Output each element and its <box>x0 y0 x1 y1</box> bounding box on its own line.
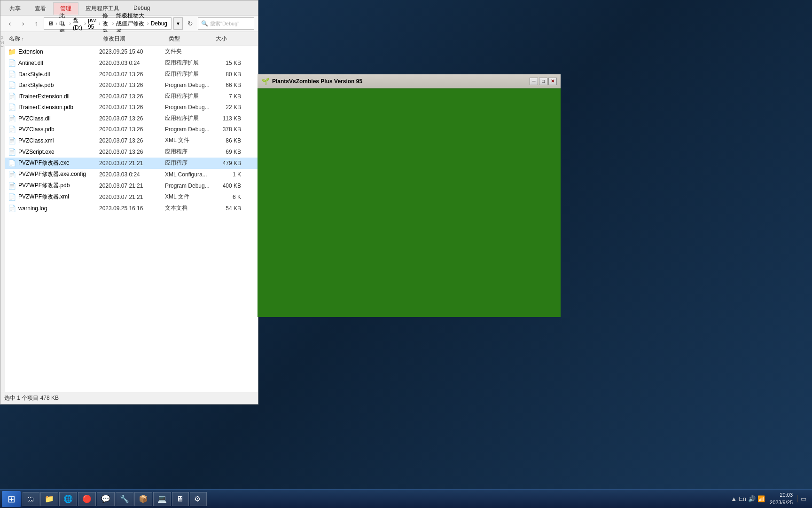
tray-keyboard-icon[interactable]: En <box>739 495 746 502</box>
file-type: Program Debug... <box>165 126 212 133</box>
file-item[interactable]: 📄 warning.log 2023.09.25 16:16 文本文档 54 K… <box>5 203 258 214</box>
system-tray: ▲ En 🔊 📶 20:03 2023/9/25 ▭ <box>727 492 810 506</box>
taskbar-item-3[interactable]: 🌐 <box>59 492 77 506</box>
taskbar-item-5[interactable]: 💬 <box>97 492 115 506</box>
file-size: 378 KB <box>212 126 245 133</box>
search-box[interactable]: 🔍 搜索"Debug" <box>198 17 254 30</box>
taskbar-icon-2: 📁 <box>45 494 54 503</box>
taskbar-item-8[interactable]: 💻 <box>153 492 171 506</box>
file-item[interactable]: 📄 DarkStyle.pdb 2020.03.07 13:26 Program… <box>5 80 258 91</box>
explorer-window: 共享 查看 管理 应用程序工具 Debug ‹ › ↑ <box>0 0 258 405</box>
show-desktop-icon[interactable]: ▭ <box>797 495 806 502</box>
col-header-size[interactable]: 大小 <box>212 34 245 44</box>
taskbar-icon-4: 🔴 <box>82 494 92 503</box>
tray-date-text: 2023/9/25 <box>770 499 793 506</box>
taskbar-icon-10: ⚙ <box>194 494 201 503</box>
taskbar-icon-7: 📦 <box>139 494 148 503</box>
file-size: 66 KB <box>212 82 245 88</box>
col-header-date[interactable]: 修改日期 <box>99 34 165 44</box>
file-name: PVZWPF修改器.exe.config <box>18 170 99 178</box>
start-icon: ⊞ <box>8 493 16 505</box>
minimize-button[interactable]: ─ <box>530 78 538 85</box>
file-name: PVZClass.dll <box>18 115 99 122</box>
file-icon: 📁 <box>5 48 18 56</box>
up-button[interactable]: ↑ <box>31 18 42 29</box>
col-header-type[interactable]: 类型 <box>165 34 212 44</box>
file-date: 2020.03.03 0:24 <box>99 60 165 66</box>
file-item[interactable]: 📄 PVZWPF修改器.exe.config 2020.03.03 0:24 X… <box>5 169 258 180</box>
taskbar-item-6[interactable]: 🔧 <box>116 492 133 506</box>
file-size: 1 K <box>212 171 245 178</box>
forward-button[interactable]: › <box>17 18 29 29</box>
file-type: 应用程序扩展 <box>165 92 212 100</box>
game-icon: 🌱 <box>261 78 269 85</box>
taskbar-item-7[interactable]: 📦 <box>134 492 152 506</box>
taskbar-item-9[interactable]: 🖥 <box>172 492 189 506</box>
game-window: 🌱 PlantsVsZombies Plus Version 95 ─ □ ✕ <box>258 74 561 317</box>
taskbar-icon-6: 🔧 <box>120 494 129 503</box>
file-type: 应用程序 <box>165 159 212 167</box>
file-icon: 📄 <box>5 205 18 212</box>
file-item[interactable]: 📄 PVZClass.pdb 2020.03.07 13:26 Program … <box>5 124 258 135</box>
file-date: 2020.03.07 13:26 <box>99 82 165 88</box>
maximize-button[interactable]: □ <box>539 78 547 85</box>
refresh-button[interactable]: ↻ <box>185 18 196 29</box>
taskbar-icon-9: 🖥 <box>176 495 184 503</box>
file-date: 2020.03.03 0:24 <box>99 171 165 178</box>
file-date: 2023.09.25 15:40 <box>99 48 165 55</box>
file-item[interactable]: 📄 ITrainerExtension.dll 2020.03.07 13:26… <box>5 91 258 102</box>
path-computer: 🖥 <box>48 20 54 27</box>
taskbar-item-4[interactable]: 🔴 <box>78 492 96 506</box>
file-name: ITrainerExtension.pdb <box>18 104 99 111</box>
file-date: 2020.03.07 13:26 <box>99 149 165 155</box>
file-icon: 📄 <box>5 71 18 78</box>
file-item[interactable]: 📄 PVZWPF修改器.pdb 2020.03.07 21:21 Program… <box>5 180 258 191</box>
search-placeholder: 搜索"Debug" <box>210 20 239 27</box>
file-item[interactable]: 📄 PVZScript.exe 2020.03.07 13:26 应用程序 69… <box>5 146 258 158</box>
tab-share[interactable]: 共享 <box>2 2 28 15</box>
path-part-6: Debug <box>151 20 167 27</box>
file-item[interactable]: 📄 Antinet.dll 2020.03.03 0:24 应用程序扩展 15 … <box>5 57 258 69</box>
game-title: PlantsVsZombies Plus Version 95 <box>272 78 527 85</box>
col-header-name[interactable]: 名称 ↑ <box>5 34 99 44</box>
sort-icon: ↑ <box>22 37 24 41</box>
taskbar-items: 🗂 📁 🌐 🔴 💬 🔧 📦 💻 <box>23 492 727 506</box>
file-name: PVZClass.pdb <box>18 126 99 133</box>
file-date: 2020.03.07 13:26 <box>99 93 165 100</box>
file-item[interactable]: 📄 PVZWPF修改器.exe 2020.03.07 21:21 应用程序 47… <box>5 158 258 169</box>
file-item[interactable]: 📄 PVZWPF修改器.xml 2020.03.07 21:21 XML 文件 … <box>5 191 258 203</box>
tray-sound-icon[interactable]: 🔊 <box>748 495 756 502</box>
pvz-game-content: 🌱 PlantsVsZombies Plus Version 95 ─ □ ✕ <box>258 74 561 317</box>
taskbar-item-1[interactable]: 🗂 <box>23 492 39 506</box>
file-icon: 📄 <box>5 59 18 67</box>
file-item[interactable]: 📄 PVZClass.xml 2020.03.07 13:26 XML 文件 8… <box>5 135 258 146</box>
tray-clock[interactable]: 20:03 2023/9/25 <box>767 492 796 506</box>
file-date: 2020.03.07 21:21 <box>99 160 165 167</box>
address-bar: ‹ › ↑ 🖥 › 此电脑 › 盘 (D:) › pvz 95 › 修改器 › … <box>0 16 258 32</box>
file-item[interactable]: 📄 ITrainerExtension.pdb 2020.03.07 13:26… <box>5 102 258 113</box>
file-type: 应用程序扩展 <box>165 114 212 122</box>
taskbar-icon-8: 💻 <box>157 494 167 503</box>
file-item[interactable]: 📄 PVZClass.dll 2020.03.07 13:26 应用程序扩展 1… <box>5 113 258 124</box>
file-type: XML 文件 <box>165 193 212 201</box>
file-name: PVZWPF修改器.pdb <box>18 182 99 190</box>
file-size: 400 KB <box>212 183 245 189</box>
file-name: Extension <box>18 48 99 55</box>
tab-view[interactable]: 查看 <box>28 2 53 15</box>
start-button[interactable]: ⊞ <box>2 491 21 507</box>
file-name: PVZWPF修改器.exe <box>18 159 99 167</box>
close-button[interactable]: ✕ <box>548 78 557 85</box>
file-icon: 📄 <box>5 159 18 167</box>
file-name: PVZWPF修改器.xml <box>18 193 99 201</box>
back-button[interactable]: ‹ <box>4 18 16 29</box>
address-dropdown-btn[interactable]: ▾ <box>173 17 183 30</box>
file-item[interactable]: 📄 DarkStyle.dll 2020.03.07 13:26 应用程序扩展 … <box>5 69 258 80</box>
file-item[interactable]: 📁 Extension 2023.09.25 15:40 文件夹 <box>5 46 258 57</box>
taskbar-item-10[interactable]: ⚙ <box>190 492 207 506</box>
taskbar-item-2[interactable]: 📁 <box>40 492 58 506</box>
tray-network-icon[interactable]: ▲ <box>731 495 737 502</box>
address-path[interactable]: 🖥 › 此电脑 › 盘 (D:) › pvz 95 › 修改器 › 终极植物大战… <box>44 17 172 30</box>
tray-network-wifi-icon[interactable]: 📶 <box>757 495 765 502</box>
file-type: 应用程序扩展 <box>165 59 212 67</box>
explorer-body: vs (C:) 名称 ↑ 修改日期 类型 大 <box>0 32 258 392</box>
